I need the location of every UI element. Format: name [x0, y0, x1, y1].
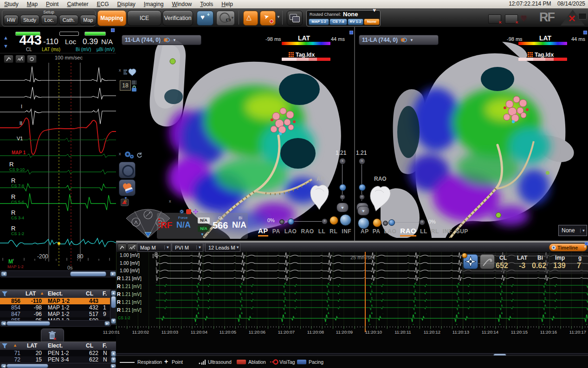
menu-map[interactable]: Map [23, 0, 42, 8]
col-f[interactable]: F. [103, 290, 107, 297]
signal-group-select-3[interactable]: 12 Leads M▼ [205, 243, 240, 252]
lead-label[interactable]: R [11, 209, 15, 216]
scroll-left-button[interactable]: ◄ [1, 271, 7, 276]
map-selector-left[interactable]: 11-LA (744, 0) ▼ [122, 35, 201, 45]
zoom-slider-handle[interactable] [359, 184, 366, 191]
orientation-inf[interactable]: INF [342, 228, 351, 235]
monitor2-icon[interactable]: ✕ [505, 14, 518, 24]
lead-label[interactable]: II [19, 120, 22, 126]
next-point-button[interactable]: ▼ [3, 44, 8, 48]
close-icon[interactable]: x [119, 151, 121, 156]
reset-view-button[interactable]: ♥ [336, 203, 349, 212]
circle-select-tool[interactable] [119, 162, 136, 178]
ref-channel-label[interactable]: R [117, 307, 121, 313]
zoom-in-button[interactable]: + [359, 158, 365, 164]
ref-channel-label[interactable]: R [117, 299, 121, 305]
undo-icon[interactable] [136, 152, 142, 158]
scroll-left-button[interactable]: ◄ [1, 364, 6, 368]
select-tool-button[interactable]: ➤ [260, 11, 276, 26]
ice-mode-button[interactable]: ICE [127, 10, 162, 26]
orientation-lao[interactable]: LAO [284, 228, 297, 235]
playback-cursor[interactable] [365, 252, 366, 332]
signal-group-select-2[interactable]: PVI M▼ [172, 243, 203, 252]
close-icon[interactable]: x [119, 68, 121, 72]
settings-flower-icon[interactable] [193, 209, 198, 214]
lead-label[interactable]: R [11, 225, 15, 232]
lock-icon[interactable] [131, 85, 137, 92]
channel-map12-button[interactable]: MAP 1-2 [309, 19, 329, 25]
col-lat[interactable]: LAT [26, 290, 36, 297]
fly-to-heart-button[interactable] [123, 68, 136, 77]
lat-color-scale[interactable] [282, 42, 330, 45]
points-table-hscroll[interactable]: ◄ ► [0, 320, 111, 327]
mesh-view-button[interactable]: △ [243, 11, 258, 26]
setup-map-button[interactable]: Map [80, 15, 97, 25]
menu-ecg[interactable]: ECG [92, 0, 113, 8]
map-viewport-left[interactable]: 11-LA (744, 0) ▼ -98 ms LAT 44 ms Tag.Id… [116, 27, 355, 241]
mapping-mode-button[interactable]: Mapping [97, 10, 126, 26]
orientation-rao[interactable]: RAO [301, 228, 314, 235]
prev-point-button[interactable]: ▲ [3, 35, 8, 40]
globe-button[interactable] [340, 214, 351, 226]
zoom-out-button[interactable]: − [359, 194, 365, 200]
opacity-slider-handle[interactable] [388, 219, 395, 226]
col-cl[interactable]: CL [86, 342, 93, 349]
sort-asc-icon[interactable]: ▲ [40, 291, 44, 296]
setup-study-button[interactable]: Study [20, 15, 39, 25]
orientation-pa[interactable]: PA [272, 228, 280, 235]
col-lat[interactable]: LAT [27, 342, 37, 349]
chevron-down-icon[interactable]: ▼ [277, 15, 280, 19]
channel-none-button[interactable]: None [364, 19, 380, 25]
scroll-up-button[interactable]: ▲ [111, 290, 116, 296]
zoom-out-button[interactable]: − [340, 194, 345, 200]
filter-icon[interactable] [2, 291, 7, 296]
menu-point[interactable]: Point [42, 0, 63, 8]
orientation-rao[interactable]: RAO [400, 227, 416, 237]
grid-icon[interactable] [132, 80, 136, 85]
tag-sphere-button[interactable] [330, 216, 338, 225]
gain-label[interactable]: 1.00 [mV] [120, 261, 140, 266]
setup-cath-button[interactable]: Cath. [59, 15, 78, 25]
map-orient-button[interactable] [463, 254, 478, 269]
overlay-select[interactable]: None ▼ [558, 225, 587, 236]
orientation-ll[interactable]: LL [420, 228, 427, 235]
channel-rv12-button[interactable]: RV 1-2 [348, 19, 363, 25]
scroll-left-button[interactable]: ◄ [1, 321, 6, 326]
orientation-ll[interactable]: LL [318, 228, 326, 235]
scroll-down-button[interactable]: ▼ [111, 357, 116, 363]
ecg-traces[interactable] [0, 63, 116, 271]
menu-help[interactable]: Help [217, 0, 237, 8]
refresh-tool-button[interactable] [27, 55, 37, 63]
lat-color-scale[interactable] [518, 42, 567, 45]
annotation-tool-button[interactable] [15, 55, 25, 63]
record-icon[interactable] [186, 209, 191, 214]
opacity-plus-button[interactable]: + [419, 219, 425, 225]
add-point-button[interactable]: ♥ + [197, 11, 213, 26]
scroll-up-button[interactable]: ▲ [111, 351, 116, 357]
menu-tools[interactable]: Tools [196, 0, 217, 8]
la-map-3d[interactable] [381, 33, 575, 238]
col-elect[interactable]: Elect. [48, 290, 63, 297]
orientation-rl[interactable]: RL [330, 228, 337, 235]
reference-heart-icon[interactable] [368, 184, 391, 212]
table-row[interactable]: 856 -110 MAP 1-2 443 [0, 298, 110, 304]
orientation-pa[interactable]: PA [373, 228, 381, 235]
opacity-minus-button[interactable]: − [279, 219, 284, 224]
scroll-right-button[interactable]: ► [110, 364, 116, 368]
col-f[interactable]: F. [103, 342, 107, 349]
reset-view-button[interactable]: ♥ [357, 206, 369, 216]
ref-channel-label[interactable]: R [117, 283, 121, 289]
opacity-slider-handle[interactable] [288, 218, 294, 225]
ic-location-button[interactable]: IC ▼ [216, 11, 235, 26]
heart-status-icon[interactable]: ♥ [521, 12, 527, 24]
scrollbar-thumb[interactable] [6, 321, 50, 326]
filter-icon[interactable] [2, 343, 7, 348]
gain-label[interactable]: 1.00 [mV] [120, 268, 140, 273]
orientation-sup[interactable]: SUP [456, 228, 468, 235]
ref-channel-label[interactable]: R [117, 291, 121, 297]
scroll-right-button[interactable]: ► [110, 271, 116, 276]
menu-display[interactable]: Display [113, 0, 139, 8]
opacity-plus-button[interactable]: + [322, 218, 328, 224]
ref-channel-label[interactable]: R [117, 276, 121, 281]
ecg-scrollbar[interactable]: ◄ ► [0, 270, 117, 277]
